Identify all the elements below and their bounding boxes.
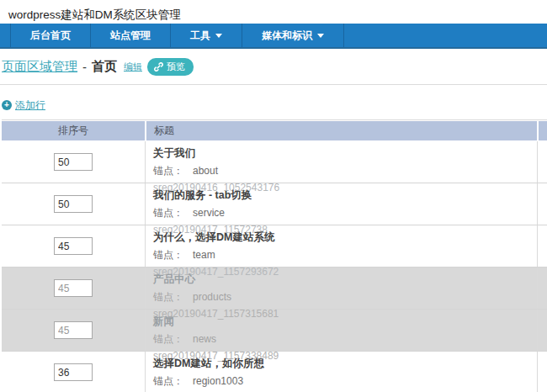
extra-cell <box>538 141 547 183</box>
nav-item-label: 工具 <box>190 29 210 43</box>
extra-cell <box>538 225 547 267</box>
add-row-link[interactable]: 添加行 <box>15 98 45 113</box>
anchor-value: region1003 <box>193 375 243 387</box>
order-cell <box>2 352 146 392</box>
row-title: 关于我们 <box>153 146 537 161</box>
anchor-label: 锚点： <box>153 165 183 177</box>
breadcrumb-current-page: 首页 <box>92 59 117 75</box>
anchor-label: 锚点： <box>153 249 183 261</box>
table-row: 关于我们 锚点：about sreg20190416_1052543176 <box>2 141 547 183</box>
nav-item-2[interactable]: 站点管理 <box>91 24 171 47</box>
anchor-value: products <box>193 291 231 303</box>
anchor-line: 锚点：service <box>153 206 537 220</box>
nav-bar: 后台首页站点管理工具媒体和标识 <box>0 24 547 49</box>
nav-item-1[interactable]: 后台首页 <box>10 24 91 47</box>
anchor-value: team <box>193 249 215 261</box>
order-input[interactable] <box>54 321 93 339</box>
order-cell <box>2 183 146 225</box>
table-row: 新闻 锚点：news sreg20190417_1157338489 <box>2 310 547 352</box>
nav-item-label: 后台首页 <box>30 29 71 43</box>
anchor-label: 锚点： <box>153 375 183 387</box>
preview-button[interactable]: 预览 <box>147 58 194 76</box>
extra-cell <box>538 183 547 225</box>
link-icon <box>154 62 163 72</box>
breadcrumb: 页面区域管理 - 首页 编辑 预览 <box>0 49 547 77</box>
extra-cell <box>538 268 547 309</box>
title-cell: 新闻 锚点：news sreg20190417_1157338489 <box>146 310 538 351</box>
breadcrumb-separator: - <box>82 60 87 74</box>
anchor-line: 锚点：region1003 <box>153 374 537 389</box>
order-input[interactable] <box>54 279 93 297</box>
nav-item-3[interactable]: 工具 <box>171 24 242 47</box>
admin-page: wordpress建站和DM系统区块管理 后台首页站点管理工具媒体和标识 页面区… <box>0 0 547 392</box>
chevron-down-icon <box>317 34 324 38</box>
regions-table: 排序号 标题 关于我们 锚点：about sreg20190416_105254… <box>2 119 547 392</box>
header-divider <box>0 84 547 85</box>
table-body: 关于我们 锚点：about sreg20190416_1052543176 我们… <box>2 141 547 392</box>
nav-item-label: 站点管理 <box>110 29 151 43</box>
nav-item-label: 媒体和标识 <box>262 29 312 43</box>
anchor-line: 锚点：about <box>153 164 537 178</box>
order-input[interactable] <box>54 237 93 255</box>
table-header-row: 排序号 标题 <box>2 121 547 140</box>
anchor-label: 锚点： <box>153 333 183 345</box>
order-input[interactable] <box>54 363 93 381</box>
order-cell <box>2 268 146 309</box>
order-input[interactable] <box>54 153 93 171</box>
row-title: 我们的服务 - tab切换 <box>153 188 537 203</box>
row-title: 为什么，选择DM建站系统 <box>153 230 537 245</box>
add-row-action: + 添加行 <box>2 99 547 111</box>
anchor-line: 锚点：team <box>153 248 537 262</box>
row-title: 新闻 <box>153 315 537 329</box>
chevron-down-icon <box>215 34 222 38</box>
anchor-label: 锚点： <box>153 291 183 303</box>
anchor-value: service <box>193 207 225 219</box>
title-cell: 关于我们 锚点：about sreg20190416_1052543176 <box>146 141 538 183</box>
column-header-extra <box>539 121 547 140</box>
nav-item-4[interactable]: 媒体和标识 <box>242 24 344 47</box>
breadcrumb-section-link[interactable]: 页面区域管理 <box>2 59 77 75</box>
preview-button-label: 预览 <box>167 61 185 73</box>
edit-link[interactable]: 编辑 <box>124 61 142 73</box>
page-title: wordpress建站和DM系统区块管理 <box>0 0 547 24</box>
anchor-line: 锚点：news <box>153 332 537 347</box>
anchor-value: news <box>193 333 216 345</box>
order-cell <box>2 141 146 183</box>
table-row: 我们的服务 - tab切换 锚点：service sreg20190417_11… <box>2 183 547 225</box>
order-cell <box>2 310 146 351</box>
column-header-order: 排序号 <box>2 121 145 140</box>
table-row: 产品中心 锚点：products sreg20190417_1157315681 <box>2 268 547 310</box>
title-cell: 为什么，选择DM建站系统 锚点：team sreg20190417_115729… <box>146 225 538 267</box>
extra-cell <box>538 310 547 351</box>
plus-circle-icon: + <box>2 100 12 110</box>
title-cell: 产品中心 锚点：products sreg20190417_1157315681 <box>146 268 538 309</box>
order-cell <box>2 225 146 267</box>
extra-cell <box>538 352 547 392</box>
order-input[interactable] <box>54 195 93 213</box>
table-row: 为什么，选择DM建站系统 锚点：team sreg20190417_115729… <box>2 225 547 268</box>
title-cell: 选择DM建站，如你所想 锚点：region1003 sreg20190418_1… <box>146 352 538 392</box>
title-cell: 我们的服务 - tab切换 锚点：service sreg20190417_11… <box>146 183 538 225</box>
anchor-label: 锚点： <box>153 207 183 219</box>
anchor-value: about <box>193 165 218 177</box>
column-header-title: 标题 <box>146 121 537 140</box>
row-title: 产品中心 <box>153 273 537 287</box>
row-title: 选择DM建站，如你所想 <box>153 357 537 371</box>
table-row: 选择DM建站，如你所想 锚点：region1003 sreg20190418_1… <box>2 352 547 392</box>
anchor-line: 锚点：products <box>153 290 537 305</box>
